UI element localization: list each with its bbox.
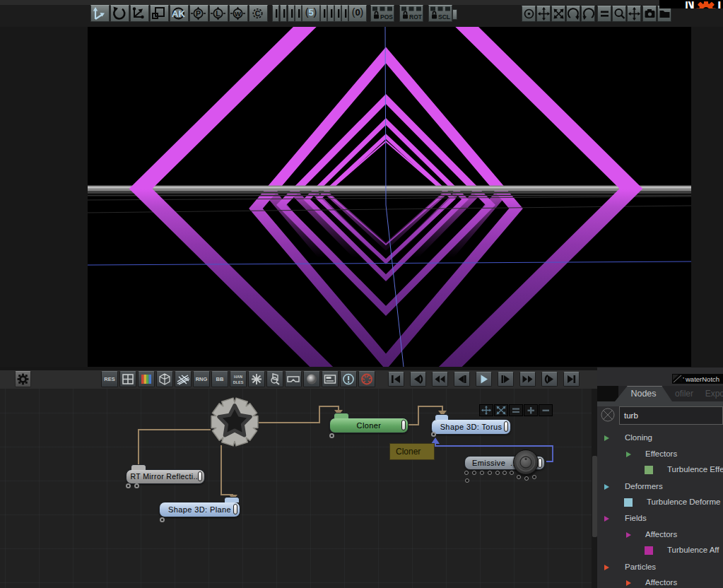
svg-text:AK: AK bbox=[172, 8, 185, 19]
svg-text:P: P bbox=[196, 9, 201, 18]
svg-text:POS: POS bbox=[380, 13, 393, 20]
svg-text:T: T bbox=[715, 1, 723, 8]
svg-text:W: W bbox=[235, 10, 241, 18]
svg-text:SCL: SCL bbox=[438, 13, 450, 20]
svg-text:C: C bbox=[255, 9, 261, 18]
svg-text:N: N bbox=[685, 1, 695, 8]
svg-text:ROT: ROT bbox=[409, 13, 423, 20]
svg-text:L: L bbox=[216, 9, 221, 18]
